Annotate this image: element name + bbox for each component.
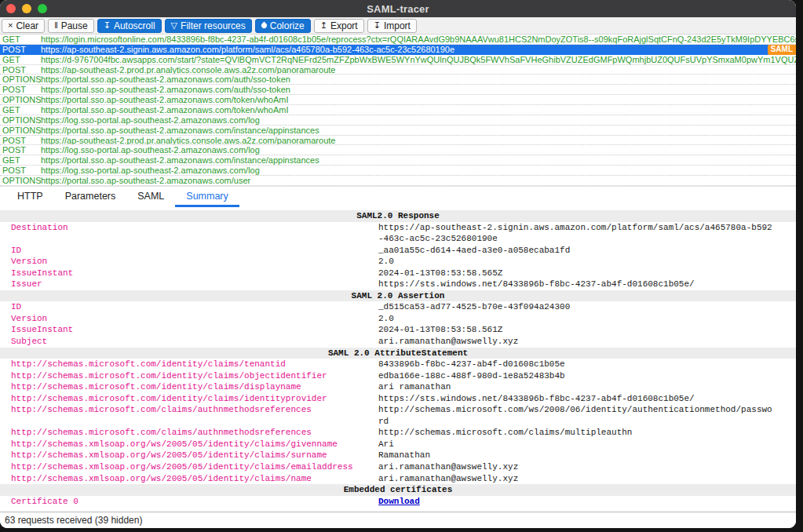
summary-row: ID_d515ca53-ad77-4525-b70e-43f094a24300 [0, 301, 796, 313]
summary-key: http://schemas.microsoft.com/identity/cl… [0, 393, 378, 405]
summary-value: ari.ramanathan@awswelly.xyz [378, 473, 796, 485]
saml-badge: SAML [768, 45, 796, 55]
request-url: https://log.sso-portal.ap-southeast-2.am… [41, 166, 796, 175]
tab-http[interactable]: HTTP [6, 187, 54, 207]
request-method: POST [0, 145, 41, 155]
request-row[interactable]: POSThttps://ap-southeast-2.signin.aws.am… [0, 45, 796, 55]
request-url: https://login.microsoftonline.com/843389… [41, 35, 796, 44]
request-method: POST [0, 65, 41, 75]
summary-key: ID [0, 245, 378, 257]
request-method: GET [0, 155, 41, 165]
request-row[interactable]: OPTIONShttps://log.sso-portal.ap-southea… [0, 115, 796, 126]
import-button[interactable]: ↧Import [367, 19, 417, 33]
clear-button[interactable]: ×Clear [2, 19, 45, 33]
request-row[interactable]: OPTIONShttps://portal.sso.ap-southeast-2… [0, 95, 796, 105]
summary-value: 8433896b-f8bc-4237-ab4f-d01608c1b05e [378, 359, 796, 370]
autoscroll-button[interactable]: ↧Autoscroll [97, 19, 162, 33]
summary-value: https://ap-southeast-2.signin.aws.amazon… [378, 222, 796, 245]
summary-value: 2024-01-13T08:53:58.565Z [378, 268, 796, 279]
request-method: OPTIONS [0, 115, 41, 125]
request-method: OPTIONS [0, 126, 41, 135]
summary-key: Version [0, 256, 378, 268]
download-certificate-link[interactable]: Download [378, 497, 420, 506]
request-method: OPTIONS [0, 95, 41, 104]
request-method: POST [0, 136, 41, 145]
pause-icon: ‖ [54, 21, 58, 30]
request-url: https://portal.sso.ap-southeast-2.amazon… [41, 95, 796, 104]
summary-key: Issuer [0, 279, 378, 290]
pause-button[interactable]: ‖Pause [48, 19, 94, 33]
minimize-window-button[interactable] [22, 4, 31, 13]
summary-key: http://schemas.microsoft.com/identity/cl… [0, 381, 378, 393]
summary-key: IssueInstant [0, 324, 378, 336]
colorize-button[interactable]: Colorize [255, 19, 311, 33]
droplet-icon [260, 22, 268, 30]
summary-value: ari.ramanathan@awswelly.xyz [378, 461, 796, 473]
request-row[interactable]: GEThttps://login.microsoftonline.com/843… [0, 35, 796, 45]
request-row[interactable]: OPTIONShttps://portal.sso.ap-southeast-2… [0, 126, 796, 136]
toolbar-button-label: Import [384, 20, 411, 31]
summary-key: IssueInstant [0, 268, 378, 279]
request-row[interactable]: POSThttps://log.sso-portal.ap-southeast-… [0, 166, 796, 176]
summary-value: _aa01a55c-d614-4aed-a3e0-a058ecaba1fd [378, 245, 796, 257]
zoom-window-button[interactable] [38, 4, 47, 13]
request-row[interactable]: OPTIONShttps://portal.sso.ap-southeast-2… [0, 176, 796, 186]
request-row[interactable]: POSThttps://portal.sso.ap-southeast-2.am… [0, 85, 796, 95]
summary-key: Subject [0, 336, 378, 348]
request-method: POST [0, 166, 41, 175]
request-method: GET [0, 55, 41, 64]
filter-resources-icon: ▽ [171, 21, 177, 30]
request-url: https://log.sso-portal.ap-southeast-2.am… [41, 115, 796, 125]
toolbar: ×Clear‖Pause↧Autoscroll▽Filter resources… [0, 17, 796, 35]
summary-value: Download [378, 496, 796, 508]
summary-section-header: Embedded certificates [0, 484, 796, 496]
request-url: https://d-9767004fbc.awsapps.com/start/?… [41, 55, 796, 64]
summary-key: http://schemas.xmlsoap.org/ws/2005/05/id… [0, 473, 378, 485]
request-row[interactable]: POSThttps://log.sso-portal.ap-southeast-… [0, 145, 796, 155]
tab-saml[interactable]: SAML [126, 187, 175, 207]
window-title: SAML-tracer [367, 3, 429, 15]
summary-value: 2.0 [378, 313, 796, 325]
toolbar-button-label: Colorize [270, 20, 305, 31]
status-bar: 63 requests received (39 hidden) [0, 512, 796, 528]
toolbar-button-label: Filter resources [181, 20, 246, 31]
request-row[interactable]: POSThttps://ap-southeast-2.prod.pr.analy… [0, 65, 796, 75]
request-method: GET [0, 105, 41, 115]
summary-value: 2.0 [378, 256, 796, 268]
request-method: OPTIONS [0, 176, 41, 185]
summary-value: ari ramanathan [378, 381, 796, 393]
tab-parameters[interactable]: Parameters [54, 187, 127, 207]
summary-row: Version2.0 [0, 256, 796, 268]
summary-row: http://schemas.xmlsoap.org/ws/2005/05/id… [0, 473, 796, 485]
summary-row: Version2.0 [0, 313, 796, 325]
summary-key: http://schemas.microsoft.com/identity/cl… [0, 370, 378, 382]
request-row[interactable]: GEThttps://d-9767004fbc.awsapps.com/star… [0, 55, 796, 65]
request-url: https://portal.sso.ap-southeast-2.amazon… [41, 75, 796, 84]
summary-value: 2024-01-13T08:53:58.561Z [378, 324, 796, 336]
request-url: https://portal.sso.ap-southeast-2.amazon… [41, 85, 796, 94]
toolbar-button-label: Autoscroll [114, 20, 155, 31]
request-row[interactable]: GEThttps://portal.sso.ap-southeast-2.ama… [0, 155, 796, 166]
request-method: POST [0, 45, 41, 54]
request-row[interactable]: OPTIONShttps://portal.sso.ap-southeast-2… [0, 75, 796, 85]
export-button[interactable]: ↥Export [314, 19, 364, 33]
summary-row: http://schemas.microsoft.com/identity/cl… [0, 370, 796, 382]
summary-row: Subjectari.ramanathan@awswelly.xyz [0, 336, 796, 348]
tab-summary[interactable]: Summary [175, 187, 239, 207]
request-row[interactable]: POSThttps://ap-southeast-2.prod.pr.analy… [0, 136, 796, 146]
window-titlebar: SAML-tracer [0, 0, 796, 17]
summary-key: http://schemas.microsoft.com/identity/cl… [0, 359, 378, 370]
summary-value: Ramanathan [378, 450, 796, 461]
summary-row: http://schemas.xmlsoap.org/ws/2005/05/id… [0, 461, 796, 473]
summary-section-header: SAML2.0 Response [0, 210, 796, 222]
summary-key: http://schemas.xmlsoap.org/ws/2005/05/id… [0, 461, 378, 473]
close-window-button[interactable] [6, 4, 16, 13]
request-list: GEThttps://login.microsoftonline.com/843… [0, 35, 796, 186]
request-url: https://portal.sso.ap-southeast-2.amazon… [41, 176, 796, 185]
summary-key: http://schemas.microsoft.com/claims/auth… [0, 427, 378, 439]
summary-value: http://schemas.microsoft.com/ws/2008/06/… [378, 404, 796, 427]
request-row[interactable]: GEThttps://portal.sso.ap-southeast-2.ama… [0, 105, 796, 115]
summary-value: ari.ramanathan@awswelly.xyz [378, 336, 796, 348]
request-url: https://ap-southeast-2.prod.pr.analytics… [41, 136, 796, 145]
filter-resources-button[interactable]: ▽Filter resources [165, 19, 252, 33]
